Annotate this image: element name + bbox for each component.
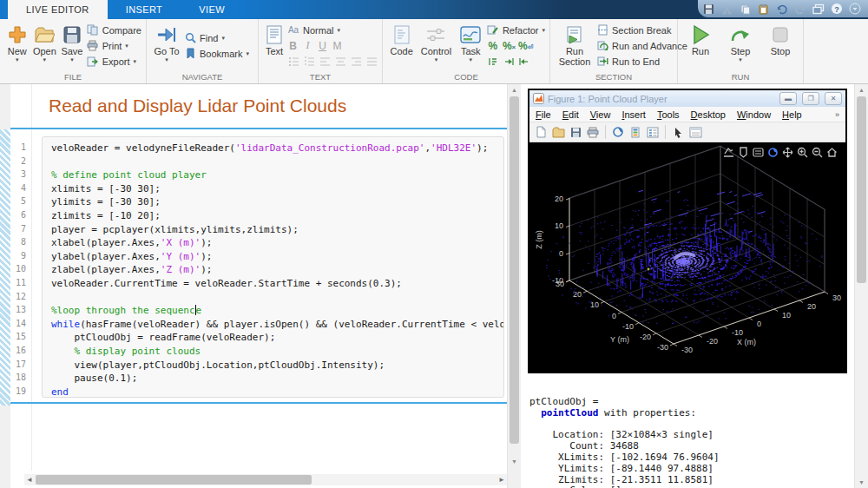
code-line[interactable] <box>51 291 503 305</box>
editor-horizontal-scrollbar[interactable]: ◄ ► <box>24 474 507 485</box>
open-folder-icon[interactable] <box>551 125 565 139</box>
menu-help[interactable]: Help <box>782 109 802 120</box>
open-button[interactable]: Open▾ <box>32 22 58 70</box>
menu-tools[interactable]: Tools <box>657 109 680 120</box>
task-button[interactable]: Task▾ <box>457 22 485 70</box>
tab-live-editor[interactable]: LIVE EDITOR <box>8 0 108 19</box>
bold-button[interactable]: B <box>287 40 299 52</box>
new-button[interactable]: New▾ <box>4 22 30 70</box>
document-heading[interactable]: Read and Display Lidar Point Clouds <box>49 96 346 116</box>
code-line[interactable]: ptCloudObj = readFrame(veloReader); <box>51 331 503 345</box>
numbered-list-icon[interactable] <box>303 56 315 68</box>
code-line[interactable]: xlimits = [-30 30]; <box>51 182 503 196</box>
pan-icon[interactable] <box>782 147 793 158</box>
menu-insert[interactable]: Insert <box>621 109 646 120</box>
run-button[interactable]: Run <box>685 22 716 70</box>
editor-vertical-scrollbar[interactable]: ▲ ▼ <box>507 84 521 488</box>
section-break-button[interactable]: Section Break <box>596 23 687 37</box>
wrap-comments-button[interactable]: %⏎ <box>518 40 530 52</box>
code-block[interactable]: veloReader = velodyneFileReader('lidarDa… <box>42 136 504 398</box>
help-icon[interactable]: ? <box>830 3 843 16</box>
refactor-button[interactable]: Refactor▾ <box>487 23 545 37</box>
indent-left-icon[interactable] <box>518 56 530 68</box>
italic-button[interactable]: I <box>302 39 313 52</box>
stop-button[interactable]: Stop <box>765 22 796 70</box>
code-line[interactable] <box>51 155 503 169</box>
code-line[interactable]: ylabel(player.Axes,'Y (m)'); <box>51 250 503 264</box>
underline-button[interactable]: U <box>317 40 328 52</box>
new-doc-icon[interactable] <box>534 125 548 139</box>
text-button[interactable]: Text <box>263 22 286 70</box>
bullet-list-icon[interactable] <box>287 56 299 68</box>
step-button[interactable]: Step▾ <box>725 22 756 70</box>
zoom-out-icon[interactable] <box>812 147 823 158</box>
code-line[interactable]: veloReader = velodyneFileReader('lidarDa… <box>51 142 503 155</box>
scroll-up-arrow[interactable]: ▲ <box>855 84 868 96</box>
figure-window[interactable]: Figure 1: Point Cloud Player ▬ ❐ ✕ FileE… <box>528 89 847 373</box>
menu-desktop[interactable]: Desktop <box>691 109 726 120</box>
save-button[interactable]: Save▾ <box>59 22 85 70</box>
close-button[interactable]: ✕ <box>825 92 842 105</box>
copy-icon[interactable] <box>739 3 752 16</box>
uncomment-button[interactable]: %× <box>503 40 515 52</box>
code-line[interactable]: pause(0.1); <box>51 372 503 386</box>
align-right-icon[interactable] <box>350 56 362 68</box>
menu-edit[interactable]: Edit <box>562 109 579 120</box>
code-line[interactable]: zlabel(player.Axes,'Z (m)'); <box>51 263 503 277</box>
tab-insert[interactable]: INSERT <box>108 0 181 19</box>
text-style-dropdown[interactable]: Aa Normal▾ <box>287 23 378 37</box>
horizontal-scroll-thumb[interactable] <box>36 475 312 485</box>
goto-button[interactable]: Go To▾ <box>151 22 182 70</box>
output-pane-scrollbar[interactable]: ▲ ▼ <box>854 84 868 488</box>
legend-icon[interactable] <box>646 125 660 139</box>
tab-view[interactable]: VIEW <box>181 0 243 19</box>
undo-icon[interactable] <box>775 3 788 16</box>
menu-down-icon[interactable] <box>848 3 861 16</box>
smart-indent-icon[interactable] <box>487 56 499 68</box>
scroll-left-arrow[interactable]: ◄ <box>24 474 35 485</box>
scroll-up-arrow[interactable]: ▲ <box>508 84 521 96</box>
export-icon[interactable] <box>723 147 734 158</box>
rotate3d-icon[interactable] <box>611 125 625 139</box>
control-button[interactable]: Control▾ <box>418 22 454 70</box>
code-line[interactable]: % display point clouds <box>51 345 503 359</box>
inspector-icon[interactable] <box>688 125 702 139</box>
live-editor-pane[interactable]: Read and Display Lidar Point Clouds 1234… <box>0 84 507 488</box>
save-icon[interactable] <box>702 3 715 16</box>
code-line[interactable]: end <box>51 386 503 398</box>
figure-titlebar[interactable]: Figure 1: Point Cloud Player ▬ ❐ ✕ <box>529 90 845 107</box>
save-icon[interactable] <box>569 125 582 139</box>
comment-button[interactable]: % <box>487 40 499 52</box>
colorbar-icon[interactable] <box>628 125 642 139</box>
scroll-down-arrow[interactable]: ▼ <box>855 477 868 488</box>
code-line[interactable]: zlimits = [-10 20]; <box>51 209 503 223</box>
code-text[interactable]: veloReader = velodyneFileReader('lidarDa… <box>43 137 503 398</box>
find-button[interactable]: Find▾ <box>184 30 249 45</box>
code-line[interactable]: veloReader.CurrentTime = veloReader.Star… <box>51 277 503 291</box>
code-line[interactable]: %loop through the sequence <box>51 304 503 318</box>
print-icon[interactable] <box>586 125 600 139</box>
run-section-button[interactable]: Run Section <box>555 22 595 70</box>
export-button[interactable]: Export▾ <box>87 54 141 69</box>
redo-icon[interactable] <box>793 3 806 16</box>
pointer-icon[interactable] <box>671 125 685 139</box>
scroll-down-arrow[interactable]: ▼ <box>508 456 521 467</box>
cut-icon[interactable] <box>720 3 733 16</box>
justify-icon[interactable] <box>365 56 378 68</box>
rotate-icon[interactable] <box>767 147 779 158</box>
output-scroll-thumb[interactable] <box>857 96 866 283</box>
code-line[interactable]: while(hasFrame(veloReader) && player.isO… <box>51 318 503 332</box>
code-line[interactable]: player = pcplayer(xlimits,ylimits,zlimit… <box>51 223 503 237</box>
align-center-icon[interactable] <box>334 56 346 68</box>
menu-window[interactable]: Window <box>737 109 771 120</box>
scroll-right-arrow[interactable]: ► <box>496 474 507 485</box>
bookmark-button[interactable]: Bookmark▾ <box>184 46 249 61</box>
align-left-icon[interactable] <box>319 56 331 68</box>
code-line[interactable]: ylimits = [-30 30]; <box>51 195 503 209</box>
zoom-in-icon[interactable] <box>797 147 808 158</box>
vertical-scroll-thumb[interactable] <box>510 96 519 444</box>
paste-icon[interactable] <box>757 3 770 16</box>
run-and-advance-button[interactable]: Run and Advance <box>596 38 687 53</box>
menu-view[interactable]: View <box>590 109 611 120</box>
window-icon[interactable] <box>812 3 825 16</box>
